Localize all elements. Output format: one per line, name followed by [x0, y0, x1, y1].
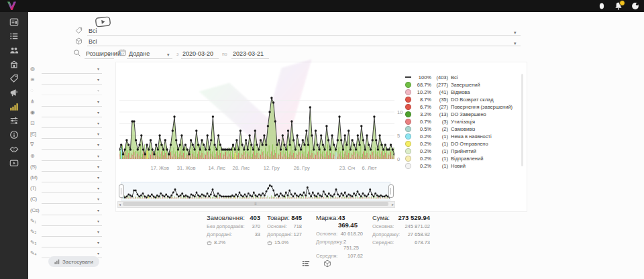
filter-note-2-icon: ✎₂ — [30, 229, 36, 235]
filter-row-filter-note-1[interactable]: ✎₁▾ — [30, 217, 105, 227]
legend-color-swatch — [405, 97, 411, 103]
legend-percent: 0.2% — [413, 133, 431, 140]
apply-button[interactable]: Застосувати — [48, 256, 99, 267]
date-from-input[interactable]: 2020-03-20 — [182, 50, 213, 57]
filter-row-filter-hierarchy[interactable]: ⋔▾ — [30, 98, 105, 107]
filter-products-value[interactable]: Всі — [89, 38, 97, 45]
stat-subrow: Основна:245 871.02 — [372, 223, 430, 229]
chevron-down-icon[interactable]: ▾ — [514, 41, 517, 46]
legend-item[interactable]: 0.2%(1)Прийнятий — [405, 148, 521, 155]
legend-item[interactable]: 6.7%(27)Повернення (завершений) — [405, 103, 521, 110]
profile-avatar-icon[interactable] — [631, 1, 640, 11]
date-to-input[interactable]: 2023-03-21 — [233, 50, 264, 57]
filter-tags-value[interactable]: Всі — [89, 27, 97, 34]
calendar-icon[interactable]: 17 — [119, 49, 126, 56]
chevron-down-icon: ▾ — [97, 229, 99, 234]
sidebar-item-partners[interactable] — [0, 142, 28, 156]
stat-column: Маржа:43 369.45Основна:40 618.20Допродаж… — [316, 214, 363, 259]
legend-label: Прийнятий — [451, 148, 476, 154]
scroll-left-icon[interactable]: ◂ — [119, 202, 121, 207]
x-tick-label: 17. Жов — [151, 165, 170, 171]
search-mode-select[interactable]: Розширений — [86, 50, 121, 57]
chevron-down-icon[interactable]: ▾ — [514, 30, 517, 35]
legend-item[interactable]: 0.2%(1)Новий — [405, 163, 521, 170]
legend-item[interactable]: 10.2%(41)Відмова — [405, 89, 521, 95]
filter-row-filter-s[interactable]: (S)▾ — [30, 163, 105, 172]
legend-scrollbar[interactable] — [521, 74, 523, 166]
filter-tags-field[interactable] — [87, 35, 521, 36]
legend-percent: 0.2% — [413, 156, 431, 162]
orders-timeline-chart[interactable] — [119, 67, 394, 161]
sidebar-item-analytics[interactable] — [0, 99, 28, 113]
sidebar-item-info[interactable] — [0, 127, 28, 142]
scroll-right-icon[interactable]: ▸ — [392, 202, 394, 207]
chevron-down-icon: ▾ — [97, 142, 99, 147]
sidebar-item-marketing[interactable] — [0, 85, 28, 99]
sidebar-item-video[interactable] — [0, 156, 28, 170]
legend-item[interactable]: 0.5%(2)Самовивіз — [405, 125, 521, 132]
legend-item[interactable]: 0.7%(3)Утилізація — [405, 118, 521, 125]
sidebar-item-orders[interactable] — [0, 29, 28, 43]
stat-subrow: Допродані:33 — [207, 231, 260, 237]
filter-currency-icon: [Є] — [30, 131, 36, 137]
range-handle-right[interactable] — [388, 184, 394, 198]
svg-text:17: 17 — [121, 52, 124, 56]
legend-label: Утилізація — [451, 119, 475, 125]
chevron-down-icon: ▾ — [97, 77, 99, 82]
video-help-icon[interactable] — [95, 16, 111, 27]
chart-range-navigator[interactable] — [121, 182, 390, 201]
filter-row-filter-location[interactable]: ◉▾ — [30, 109, 105, 118]
sidebar-item-store[interactable] — [0, 57, 28, 71]
sidebar-item-dashboard[interactable] — [0, 15, 28, 29]
search-icon[interactable] — [73, 49, 81, 57]
legend-percent: 0.7% — [413, 119, 431, 125]
sidebar-item-settings[interactable] — [0, 113, 28, 127]
legend-item[interactable]: 0.2%(1)DO Отправлено — [405, 140, 521, 147]
x-tick-label: 6. Лют — [362, 165, 377, 171]
filter-row-filter-note-3[interactable]: ✎₃▾ — [30, 239, 105, 248]
filter-row-filter-c[interactable]: (C)▾ — [30, 195, 105, 205]
chart-scrollbar[interactable]: ◂ ≡ ▸ — [117, 201, 395, 208]
filter-row-filter-nabla[interactable]: ∇▾ — [30, 141, 105, 150]
x-tick-label: 14. Лис — [208, 165, 225, 171]
filter-row-filter-globe[interactable]: ⊕▾ — [30, 152, 105, 162]
sidebar-item-clients[interactable] — [0, 43, 28, 57]
filter-row-filter-m[interactable]: (M)▾ — [30, 174, 105, 183]
legend-item[interactable]: 3.2%(13)DO Завершено — [405, 111, 521, 117]
list-view-icon[interactable] — [302, 258, 310, 266]
filter-row-filter-cs[interactable]: (Cs)▾ — [30, 207, 105, 216]
filter-row-filter-funnel[interactable]: ≋▾ — [30, 76, 105, 85]
filter-row-filter-sphere[interactable]: ◍▾ — [30, 65, 105, 74]
brand-logo-icon[interactable] — [6, 1, 17, 11]
filter-row-filter-note-2[interactable]: ✎₂▾ — [30, 228, 105, 237]
stat-value: 43 369.45 — [338, 214, 363, 229]
chevron-down-icon[interactable]: ▾ — [108, 52, 111, 57]
chevron-down-icon: ▾ — [97, 251, 99, 256]
filter-row-filter-currency[interactable]: [Є]▾ — [30, 130, 105, 140]
scrollbar-thumb[interactable]: ≡ — [123, 202, 388, 206]
filter-row-filter-t[interactable]: (T)▾ — [30, 184, 105, 194]
sidebar-item-tags[interactable] — [0, 71, 28, 85]
chevron-down-icon[interactable]: ▾ — [167, 52, 170, 57]
legend-label: Новий — [451, 163, 466, 169]
date-field-select[interactable]: Додане — [129, 50, 150, 57]
support-icon[interactable] — [597, 1, 606, 11]
legend-item[interactable]: 100%(403)Всі — [405, 74, 521, 80]
legend-count: (1) — [431, 133, 448, 140]
legend-item[interactable]: 0.2%(1)Відправлений — [405, 156, 521, 162]
filter-globe-icon: ⊕ — [30, 153, 34, 159]
range-handle-left[interactable] — [119, 184, 124, 198]
legend-count: (35) — [431, 97, 448, 103]
legend-item[interactable]: 0.2%(1)Нема в наявності — [405, 133, 521, 140]
chevron-down-icon: ▾ — [97, 164, 99, 169]
legend-item[interactable]: 68.7%(277)Завершений — [405, 81, 521, 88]
package-view-icon[interactable] — [323, 258, 331, 266]
x-tick-label: 26. Гру — [294, 165, 310, 171]
basket-icon — [207, 240, 212, 245]
filter-row-filter-package[interactable]: ⊡▾ — [30, 119, 105, 129]
filter-products-field[interactable] — [87, 46, 521, 46]
notifications-bell-icon[interactable] — [614, 1, 623, 11]
filter-t-icon: (T) — [30, 185, 36, 191]
legend-label: Повернення (завершений) — [451, 104, 513, 110]
legend-item[interactable]: 8.7%(35)DO Возврат склад — [405, 96, 521, 103]
